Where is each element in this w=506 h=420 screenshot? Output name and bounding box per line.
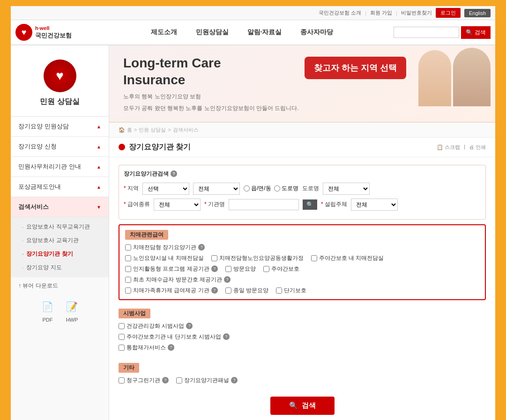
hwp-download[interactable]: 📝 HWP [64,298,81,323]
dementia-section: 치매관련급여 치매전담형 장기요양기관 ? 노 [119,224,486,300]
help-pilot-0[interactable]: ? [186,323,193,329]
radio-eup[interactable]: 읍/면/동 [244,184,271,192]
sidebar-item-0[interactable]: 장기요양 민원상담 ▲ [11,117,109,137]
sep2: > [168,127,171,133]
dementia-check-5[interactable]: 방문요양 [225,265,256,273]
radio-road[interactable]: 도로명 [274,184,298,192]
dementia-title: 치매관련급여 [125,230,168,240]
print-icon: 🖨 [469,144,474,150]
dementia-cb-6[interactable] [263,266,269,272]
pilot-row-2: 주야간보호기관 내 단기보호 시범사업 ? [119,333,486,341]
org-search-button[interactable]: 🔍 [303,199,317,210]
nav-item-2[interactable]: 알림·자료실 [247,22,282,43]
establishment-select[interactable]: 전체 [351,199,398,211]
road-select[interactable]: 전체 [323,183,370,195]
dementia-check-7[interactable]: 최초 치매수급자 방문간호 제공기관 ? [125,276,231,284]
dementia-cb-5[interactable] [225,266,231,272]
dementia-check-8[interactable]: 치매가족휴가제 급여제공 기관 ? [125,287,218,295]
other-check-1[interactable]: 장기요양기관패널 ? [176,376,238,384]
sidebar-sub-item-1[interactable]: 요양보호사 교육기관 [11,234,109,247]
dementia-check-0[interactable]: 치매전담형 장기요양기관 ? [125,243,205,251]
help-icon-main[interactable]: ? [171,170,177,177]
region-select[interactable]: 선택 서울부산대구인천 광주대전울산경기 [142,183,189,195]
arrow-icon-4: ▼ [97,205,101,210]
dementia-row-5: 치매가족휴가제 급여제공 기관 ? 종일 방문요양 단기보호 [125,287,479,295]
help-dementia-8[interactable]: ? [211,287,218,294]
nav-item-1[interactable]: 민원상담실 [196,22,229,43]
dementia-check-10[interactable]: 단기보호 [276,287,306,295]
breadcrumb-parent[interactable]: 민원 상담실 [139,126,166,133]
dementia-check-4[interactable]: 인지활동형 프로그램 제공기관 ? [125,265,218,273]
help-dementia-7[interactable]: ? [224,276,231,283]
pilot-cb-0[interactable] [119,323,125,329]
pilot-check-0[interactable]: 건강관리강화 시범사업 ? [119,322,193,330]
benefit-select[interactable]: 전체 [154,199,201,211]
help-dementia-0[interactable]: ? [198,244,205,251]
home-icon[interactable]: 🏠 [119,127,125,133]
radio-eup-input[interactable] [244,185,250,192]
other-cb-1[interactable] [176,377,182,383]
top-link-signup[interactable]: 회원 가입 [370,9,392,16]
dementia-check-9[interactable]: 종일 방문요양 [225,287,268,295]
nav-item-3[interactable]: 종사자마당 [300,22,333,43]
dementia-cb-9[interactable] [225,287,231,294]
english-button[interactable]: English [464,9,491,17]
dementia-check-6[interactable]: 주야간보호 [263,265,299,273]
sidebar-item-4[interactable]: 검색서비스 ▼ [11,197,109,217]
sidebar-item-3[interactable]: 포상금제도안내 ▲ [11,177,109,197]
help-pilot-2[interactable]: ? [168,344,174,351]
dementia-cb-7[interactable] [125,277,131,283]
pilot-cb-2[interactable] [119,345,125,351]
dementia-cb-2[interactable] [211,255,217,261]
other-check-0[interactable]: 청구그린기관 ? [119,376,169,384]
nav-item-0[interactable]: 제도소개 [151,22,177,43]
logo-heart-icon: ♥ [15,24,32,41]
help-other-0[interactable]: ? [162,377,169,383]
dementia-cb-10[interactable] [276,287,282,294]
sidebar-sub-item-3[interactable]: 장기요양 지도 [11,261,109,274]
pilot-cb-1[interactable] [119,334,125,340]
help-pilot-1[interactable]: ? [223,333,230,340]
other-cb-0[interactable] [119,377,125,383]
print-button[interactable]: 🖨 인쇄 [469,144,486,151]
pilot-check-1[interactable]: 주야간보호기관 내 단기보호 시범사업 ? [119,333,230,341]
org-name-input[interactable] [229,199,299,210]
help-dementia-4[interactable]: ? [211,265,218,272]
dementia-check-1[interactable]: 노인요양시설 내 치매전담실 [125,254,204,262]
top-utility-bar: 국민건강보험 소개 | 회원 가입 | 비밀번호찾기 로그인 English [11,6,495,20]
login-button[interactable]: 로그인 [436,8,461,18]
dementia-cb-3[interactable] [311,255,317,261]
top-link-password[interactable]: 비밀번호찾기 [401,9,432,16]
search-main-button[interactable]: 🔍 검색 [270,397,335,415]
subregion-select[interactable]: 전체 [193,183,240,195]
pilot-check-2[interactable]: 통합재가서비스 ? [119,344,174,352]
dementia-cb-4[interactable] [125,266,131,272]
dementia-row-1: 치매전담형 장기요양기관 ? [125,243,479,251]
nav-search-button[interactable]: 🔍 검색 [461,26,491,39]
search-section-main: 장기요양기관검색 ? * 지역 선택 서울부산대구인천 광주대전울산경기 [119,165,486,220]
sidebar-item-1[interactable]: 장기요양 신청 ▲ [11,137,109,157]
radio-road-input[interactable] [274,185,280,192]
region-label: * 지역 [124,184,139,192]
dementia-cb-1[interactable] [125,255,131,261]
scrap-button[interactable]: 📋 스크랩 [437,144,460,151]
sidebar-item-2[interactable]: 민원사무처리기관 안내 ▲ [11,157,109,177]
arrow-icon-3: ▲ [97,184,101,190]
sidebar-download-icons: 📄 PDF 📝 HWP [11,295,109,330]
sidebar-download-label[interactable]: ↑ 뷰어 다운로드 [11,277,109,295]
dementia-check-3[interactable]: 주야간보호 내 치매전담실 [311,254,384,262]
sidebar-sub-item-0[interactable]: 요양보호사 직무교육기관 [11,220,109,234]
dementia-cb-0[interactable] [125,244,131,251]
sidebar-title: 민원 상담실 [20,97,99,107]
sidebar: ♥ 민원 상담실 장기요양 민원상담 ▲ 장기요양 신청 ▲ 민원사무처리기관 … [11,45,109,420]
nav-search: 🔍 검색 [394,26,491,39]
breadcrumb-home[interactable]: 홈 [127,126,132,133]
dementia-check-2[interactable]: 치매전담형노인요양공동생활가정 [211,254,304,262]
sidebar-sub-item-2[interactable]: 장기요양기관 찾기 [11,247,109,261]
pilot-row-1: 건강관리강화 시범사업 ? [119,322,486,330]
help-other-1[interactable]: ? [231,377,238,383]
dementia-cb-8[interactable] [125,287,131,294]
top-link-intro[interactable]: 국민건강보험 소개 [319,9,361,16]
nav-search-input[interactable] [394,27,459,38]
pdf-download[interactable]: 📄 PDF [39,298,56,323]
